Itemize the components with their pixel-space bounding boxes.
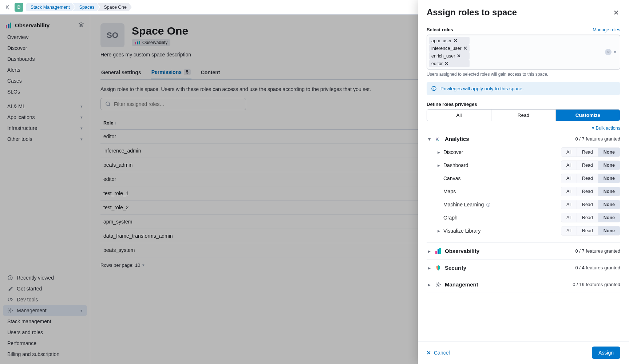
priv-read[interactable]: Read <box>577 200 598 209</box>
feature-name: Visualize Library <box>443 228 559 234</box>
feature-row-dashboard: ▸DashboardAllReadNone <box>427 159 620 172</box>
analytics-icon: K <box>435 136 439 142</box>
svg-point-5 <box>438 284 439 285</box>
category-toggle[interactable]: ▸Observability0 / 7 features granted <box>427 248 620 254</box>
chevron-right-icon[interactable]: ▸ <box>436 228 441 234</box>
feature-privilege-tri: AllReadNone <box>561 200 620 209</box>
info-icon[interactable] <box>486 202 491 207</box>
category-analytics: ▾KAnalytics0 / 7 features granted▸Discov… <box>427 131 620 243</box>
breadcrumb: Stack Management Spaces Space One <box>26 3 132 11</box>
priv-all[interactable]: All <box>561 213 577 222</box>
breadcrumb-spaces[interactable]: Spaces <box>73 3 100 11</box>
feature-privilege-tri: AllReadNone <box>561 187 620 196</box>
category-toggle[interactable]: ▾KAnalytics0 / 7 features granted <box>427 136 620 142</box>
privilege-mode-toggle: All Read Customize <box>427 109 620 121</box>
remove-chip-icon[interactable]: ✕ <box>454 38 458 43</box>
flyout-title: Assign roles to space <box>427 7 517 17</box>
breadcrumb-current: Space One <box>97 3 132 11</box>
cancel-button[interactable]: ✕ Cancel <box>427 350 450 356</box>
feature-row-canvas: CanvasAllReadNone <box>427 172 620 185</box>
priv-all[interactable]: All <box>561 148 577 157</box>
assign-roles-flyout: Assign roles to space ✕ Select roles Man… <box>418 0 629 364</box>
priv-none[interactable]: None <box>598 200 620 209</box>
category-name: Management <box>445 281 478 288</box>
category-toggle[interactable]: ▸Management0 / 19 features granted <box>427 281 620 288</box>
assign-button[interactable]: Assign <box>592 347 620 359</box>
priv-none[interactable]: None <box>598 148 620 157</box>
category-management: ▸Management0 / 19 features granted <box>427 276 620 293</box>
priv-read[interactable]: Read <box>577 226 598 235</box>
cancel-label: Cancel <box>434 350 450 356</box>
privileges-callout: Privileges will apply only to this space… <box>427 82 620 95</box>
feature-privilege-tri: AllReadNone <box>561 147 620 157</box>
close-icon: ✕ <box>427 350 431 356</box>
category-count: 0 / 7 features granted <box>575 136 620 142</box>
feature-row-graph: GraphAllReadNone <box>427 211 620 224</box>
priv-none[interactable]: None <box>598 226 620 235</box>
remove-chip-icon[interactable]: ✕ <box>457 53 461 59</box>
remove-chip-icon[interactable]: ✕ <box>463 46 467 51</box>
category-name: Security <box>445 265 466 271</box>
feature-privilege-tri: AllReadNone <box>561 213 620 222</box>
priv-read[interactable]: Read <box>577 148 598 157</box>
category-name: Observability <box>445 248 479 254</box>
chevron-right-icon[interactable]: ▸ <box>436 162 441 168</box>
seg-all[interactable]: All <box>427 110 491 121</box>
observability-icon <box>435 248 441 254</box>
feature-row-discover: ▸DiscoverAllReadNone <box>427 146 620 159</box>
priv-none[interactable]: None <box>598 213 620 222</box>
priv-read[interactable]: Read <box>577 187 598 196</box>
deployment-avatar[interactable]: D <box>15 3 23 12</box>
callout-text: Privileges will apply only to this space… <box>440 86 524 91</box>
feature-row-maps: MapsAllReadNone <box>427 185 620 198</box>
priv-read[interactable]: Read <box>577 161 598 170</box>
define-privileges-label: Define roles privileges <box>427 102 477 107</box>
close-icon[interactable]: ✕ <box>612 7 620 18</box>
seg-customize[interactable]: Customize <box>555 110 620 121</box>
category-count: 0 / 7 features granted <box>575 248 620 254</box>
chevron-down-icon[interactable]: ▾ <box>614 49 616 55</box>
security-icon <box>435 265 441 271</box>
feature-name: Maps <box>443 189 559 194</box>
priv-all[interactable]: All <box>561 200 577 209</box>
manage-roles-link[interactable]: Manage roles <box>593 27 620 32</box>
feature-name: Discover <box>443 149 559 155</box>
roles-multiselect[interactable]: apm_user✕inference_user✕enrich_user✕edit… <box>427 35 620 70</box>
bulk-actions-link[interactable]: ▾Bulk actions <box>592 126 620 131</box>
priv-read[interactable]: Read <box>577 213 598 222</box>
multiselect-helper: Users assigned to selected roles will ga… <box>427 72 620 77</box>
category-observability: ▸Observability0 / 7 features granted <box>427 243 620 260</box>
seg-read[interactable]: Read <box>491 110 555 121</box>
feature-privilege-tri: AllReadNone <box>561 226 620 236</box>
feature-privilege-tri: AllReadNone <box>561 174 620 183</box>
role-chip-inference_user: inference_user✕ <box>429 44 470 52</box>
feature-row-machine-learning: Machine Learning AllReadNone <box>427 198 620 211</box>
chevron-right-icon[interactable]: ▸ <box>436 149 441 155</box>
category-name: Analytics <box>445 136 469 142</box>
feature-name: Dashboard <box>443 162 559 168</box>
role-chip-apm_user: apm_user✕ <box>429 37 470 44</box>
info-icon <box>431 86 437 91</box>
chevron-right-icon: ▸ <box>427 265 432 271</box>
breadcrumb-stack-mgmt[interactable]: Stack Management <box>26 3 75 11</box>
priv-none[interactable]: None <box>598 161 620 170</box>
feature-row-visualize-library: ▸Visualize LibraryAllReadNone <box>427 224 620 237</box>
priv-none[interactable]: None <box>598 174 620 183</box>
feature-name: Graph <box>443 215 559 221</box>
role-chip-editor: editor✕ <box>429 60 470 67</box>
gear-icon <box>435 282 441 288</box>
priv-all[interactable]: All <box>561 174 577 183</box>
remove-chip-icon[interactable]: ✕ <box>444 61 448 66</box>
priv-read[interactable]: Read <box>577 174 598 183</box>
nav-collapse-icon[interactable] <box>4 4 12 11</box>
category-count: 0 / 19 features granted <box>573 282 620 287</box>
priv-none[interactable]: None <box>598 187 620 196</box>
priv-all[interactable]: All <box>561 161 577 170</box>
priv-all[interactable]: All <box>561 187 577 196</box>
priv-all[interactable]: All <box>561 226 577 235</box>
chevron-down-icon: ▾ <box>427 136 432 142</box>
category-toggle[interactable]: ▸Security0 / 4 features granted <box>427 265 620 271</box>
role-chip-enrich_user: enrich_user✕ <box>429 52 470 60</box>
select-roles-label: Select roles <box>427 27 453 32</box>
clear-all-icon[interactable]: ✕ <box>605 49 612 55</box>
